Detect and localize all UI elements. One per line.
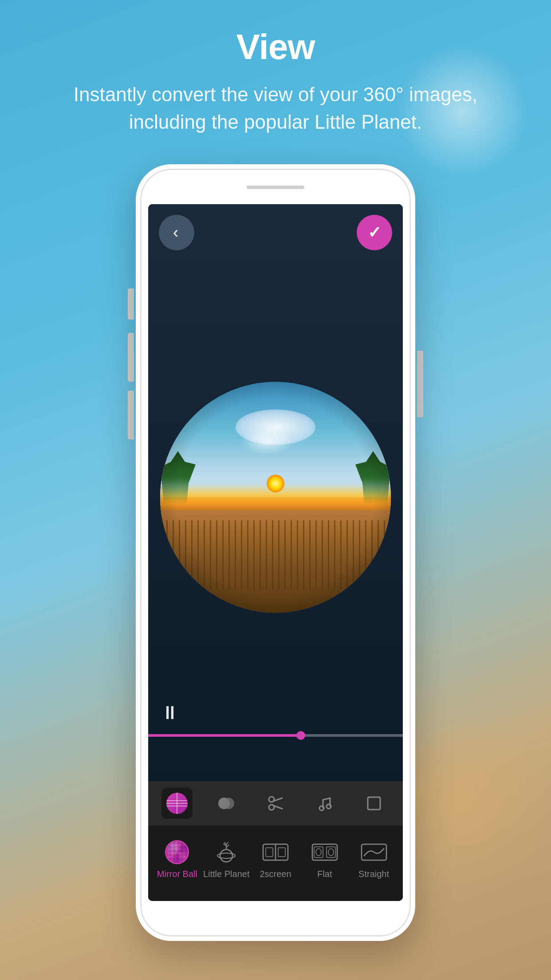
mirror-ball-icon [165,840,189,864]
nav-item-mirror-ball[interactable]: Mirror Ball [153,839,202,879]
nav-item-flat[interactable]: Flat [300,839,349,879]
globe-icon [166,793,188,814]
phone-frame: ‹ ✓ ⏸ [136,164,415,941]
nav-label-mirror-ball: Mirror Ball [157,869,197,879]
progress-thumb [296,731,305,740]
svg-point-6 [319,806,324,810]
toolbar-item-blend[interactable] [211,788,242,819]
little-planet-icon [214,840,238,864]
progress-fill [148,734,301,737]
svg-rect-18 [266,848,273,857]
bottom-nav: Mirror Ball [148,826,403,901]
phone-button-volume-down [128,391,134,439]
progress-bar[interactable] [148,734,403,737]
phone-button-volume-up [128,333,134,382]
home-indicator [244,923,307,925]
svg-line-14 [226,842,228,845]
phone-button-silent [128,288,134,320]
nav-label-2screen: 2screen [260,869,291,879]
2screen-icon [262,843,289,861]
square-icon [364,794,384,813]
svg-rect-8 [368,797,380,810]
mirror-ball-icon-container [164,839,190,865]
flat-icon [311,843,338,861]
nav-label-little-planet: Little Planet [203,869,250,879]
scissors-icon [266,794,285,813]
chevron-left-icon: ‹ [173,225,178,241]
2screen-icon-container [262,839,289,865]
pause-icon: ⏸ [161,702,179,723]
header: View Instantly convert the view of your … [0,27,551,135]
nav-item-straight[interactable]: Straight [349,839,398,879]
toolbar-item-scissors[interactable] [260,788,291,819]
nav-item-little-planet[interactable]: Little Planet [202,839,251,879]
svg-point-1 [223,798,234,809]
image-area: ‹ ✓ ⏸ [148,204,403,781]
straight-icon-container [361,839,387,865]
vignette-overlay [160,382,391,612]
screen-content: ‹ ✓ ⏸ [148,204,403,901]
nav-label-straight: Straight [358,869,389,879]
nav-label-flat: Flat [317,869,332,879]
svg-point-23 [316,849,321,856]
straight-icon [361,843,387,861]
checkmark-icon: ✓ [368,223,381,242]
phone-speaker [247,186,304,189]
toolbar-item-globe[interactable] [161,788,193,819]
phone-screen: ‹ ✓ ⏸ [148,204,403,901]
phone-button-power [417,351,423,417]
flat-icon-container [311,839,338,865]
circular-image [160,382,391,612]
pause-button[interactable]: ⏸ [161,702,179,723]
toolbar-item-square[interactable] [358,788,390,819]
page-title: View [35,27,516,67]
globe-equator [166,800,188,806]
toolbar [148,781,403,826]
page-subtitle: Instantly convert the view of your 360° … [35,81,516,135]
little-planet-icon-container [213,839,240,865]
mirror-ball-lines [166,842,188,863]
svg-rect-19 [278,848,285,857]
nav-item-2screen[interactable]: 2screen [251,839,300,879]
music-note-icon [315,794,335,813]
toolbar-item-music[interactable] [309,788,340,819]
check-button[interactable]: ✓ [357,215,392,250]
svg-point-7 [327,804,331,809]
back-button[interactable]: ‹ [159,215,194,250]
blend-icon [216,794,236,813]
phone-mockup: ‹ ✓ ⏸ [136,164,415,941]
svg-point-9 [220,850,232,862]
svg-point-24 [328,849,334,856]
